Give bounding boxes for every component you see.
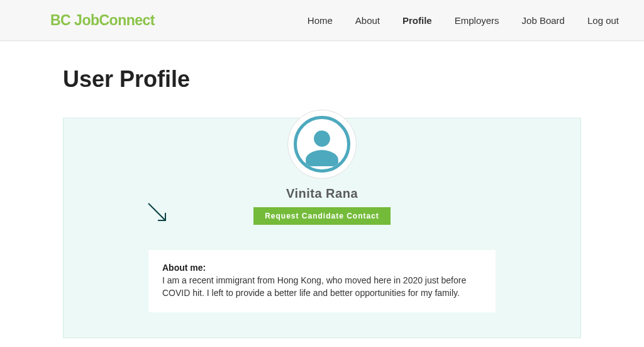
svg-line-0 [148,203,165,220]
main-nav: Home About Profile Employers Job Board L… [308,15,619,26]
avatar [294,116,350,173]
page-main: User Profile Vinita Rana Request Candida… [0,41,644,338]
nav-jobboard[interactable]: Job Board [522,15,565,26]
about-text: I am a recent immigrant from Hong Kong, … [162,274,482,300]
profile-card: Vinita Rana Request Candidate Contact Ab… [63,118,581,338]
page-title: User Profile [63,66,581,93]
site-logo[interactable]: BC JobConnect [50,12,155,29]
nav-profile[interactable]: Profile [402,15,432,26]
arrow-annotation-icon [145,200,172,229]
about-section: About me: I am a recent immigrant from H… [148,250,496,312]
about-label: About me: [162,263,482,273]
site-header: BC JobConnect Home About Profile Employe… [0,0,644,41]
user-icon [303,127,341,166]
nav-home[interactable]: Home [308,15,333,26]
profile-header: Vinita Rana Request Candidate Contact [64,110,580,225]
request-contact-button[interactable]: Request Candidate Contact [253,207,391,225]
nav-about[interactable]: About [355,15,380,26]
nav-employers[interactable]: Employers [455,15,499,26]
profile-name: Vinita Rana [286,186,358,201]
avatar-container [287,110,357,179]
nav-logout[interactable]: Log out [587,15,619,26]
